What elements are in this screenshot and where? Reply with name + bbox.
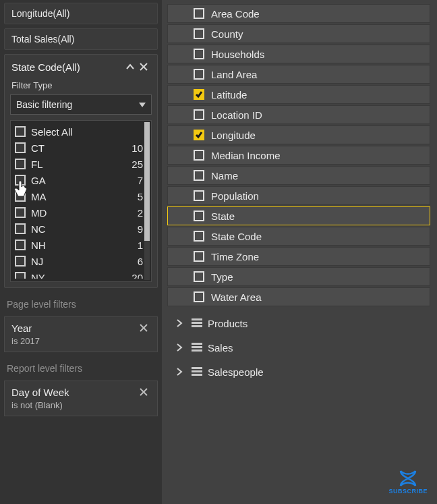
filter-value-row[interactable]: GA7 (15, 172, 147, 188)
field-checkbox[interactable] (194, 130, 204, 140)
table-row[interactable]: Salespeople (167, 362, 430, 382)
dna-icon (398, 470, 418, 489)
filter-value-row[interactable]: MD2 (15, 204, 147, 221)
field-label: Type (211, 271, 233, 283)
field-row[interactable]: Water Area (167, 287, 430, 306)
field-checkbox[interactable] (194, 170, 204, 181)
field-label: Location ID (211, 109, 262, 121)
checkbox-icon[interactable] (15, 126, 26, 137)
table-label: Sales (208, 342, 233, 354)
field-row[interactable]: Median Income (167, 146, 430, 165)
field-row[interactable]: Area Code (167, 4, 430, 23)
filter-value-select-all[interactable]: Select All (15, 123, 147, 140)
filter-value-row[interactable]: NJ6 (15, 253, 147, 269)
filter-card-title: State Code(All) (11, 61, 80, 73)
table-icon (192, 367, 202, 376)
filter-value-row[interactable]: NY20 (15, 269, 147, 279)
filter-value-label: NC (31, 223, 132, 235)
filter-type-dropdown[interactable]: Basic filtering (10, 94, 152, 115)
report-filter-title: Day of Week (11, 387, 69, 398)
field-checkbox[interactable] (194, 89, 204, 100)
close-icon[interactable] (137, 321, 150, 335)
table-row[interactable]: Products (167, 313, 430, 333)
field-label: Land Area (211, 69, 257, 80)
filter-card-state-code: State Code(All) Filter Type Basic filter… (4, 54, 158, 288)
report-filter-summary: is not (Blank) (11, 400, 150, 410)
field-row[interactable]: Population (167, 186, 430, 205)
filter-pill-longitude[interactable]: Longitude(All) (4, 3, 158, 24)
filter-value-label: Select All (31, 126, 147, 138)
filter-pill-total-sales[interactable]: Total Sales(All) (4, 28, 158, 50)
field-checkbox[interactable] (194, 231, 204, 242)
table-icon (192, 343, 202, 352)
scrollbar[interactable] (144, 122, 150, 280)
field-checkbox[interactable] (194, 271, 204, 282)
filter-value-label: MD (31, 207, 132, 219)
field-row[interactable]: Households (167, 45, 430, 63)
field-checkbox[interactable] (194, 8, 204, 19)
field-row[interactable]: Land Area (167, 65, 430, 84)
field-row[interactable]: State (167, 206, 430, 225)
field-label: State Code (211, 231, 262, 242)
field-checkbox[interactable] (194, 49, 204, 59)
close-icon[interactable] (137, 385, 150, 399)
field-label: Area Code (211, 8, 260, 20)
page-filter-title: Year (11, 323, 32, 334)
caret-right-icon[interactable] (173, 341, 186, 354)
filter-value-label: MA (31, 191, 132, 202)
collapse-icon[interactable] (123, 60, 137, 74)
checkbox-icon[interactable] (15, 142, 26, 153)
filter-value-row[interactable]: MA5 (15, 188, 147, 204)
checkbox-icon[interactable] (15, 175, 26, 186)
field-checkbox[interactable] (194, 251, 204, 262)
filter-values-list: Select AllCT10FL25GA7MA5MD2NC9NH1NJ6NY20 (10, 120, 152, 282)
filter-value-label: NH (31, 240, 132, 251)
scrollbar-thumb[interactable] (144, 122, 150, 241)
field-row[interactable]: Longitude (167, 125, 430, 144)
checkbox-icon[interactable] (15, 272, 26, 279)
filter-value-label: FL (31, 159, 126, 170)
filter-value-label: CT (31, 142, 126, 154)
field-label: Households (211, 49, 264, 60)
chevron-down-icon (139, 103, 146, 107)
checkbox-icon[interactable] (15, 223, 26, 234)
field-row[interactable]: Location ID (167, 105, 430, 124)
field-checkbox[interactable] (194, 211, 204, 221)
page-level-filters-label: Page level filters (7, 299, 155, 310)
field-label: Time Zone (211, 251, 259, 262)
field-checkbox[interactable] (194, 109, 204, 120)
filter-value-row[interactable]: CT10 (15, 140, 147, 156)
subscribe-label: SUBSCRIBE (388, 488, 428, 495)
report-filter-day-of-week[interactable]: Day of Week is not (Blank) (4, 381, 158, 416)
filter-value-row[interactable]: NC9 (15, 221, 147, 237)
checkbox-icon[interactable] (15, 191, 26, 202)
field-checkbox[interactable] (194, 28, 204, 39)
close-icon[interactable] (137, 60, 150, 74)
field-row[interactable]: Latitude (167, 85, 430, 104)
filter-value-row[interactable]: NH1 (15, 237, 147, 253)
dropdown-value: Basic filtering (16, 99, 72, 110)
field-row[interactable]: Time Zone (167, 247, 430, 266)
filter-value-row[interactable]: FL25 (15, 156, 147, 172)
field-checkbox[interactable] (194, 291, 204, 302)
field-checkbox[interactable] (194, 150, 204, 161)
checkbox-icon[interactable] (15, 256, 26, 267)
field-checkbox[interactable] (194, 190, 204, 201)
table-icon (192, 318, 202, 328)
page-filter-year[interactable]: Year is 2017 (4, 316, 158, 352)
field-row[interactable]: Name (167, 166, 430, 185)
page-filter-summary: is 2017 (11, 336, 150, 346)
checkbox-icon[interactable] (15, 159, 26, 169)
field-row[interactable]: Type (167, 267, 430, 286)
table-row[interactable]: Sales (167, 337, 430, 358)
field-row[interactable]: State Code (167, 227, 430, 246)
subscribe-badge[interactable]: SUBSCRIBE (388, 470, 428, 495)
filter-pill-label: Longitude(All) (11, 8, 69, 19)
caret-right-icon[interactable] (173, 365, 186, 379)
field-checkbox[interactable] (194, 69, 204, 80)
filter-value-label: GA (31, 175, 132, 186)
checkbox-icon[interactable] (15, 240, 26, 250)
caret-right-icon[interactable] (173, 316, 186, 330)
field-row[interactable]: County (167, 24, 430, 43)
checkbox-icon[interactable] (15, 207, 26, 218)
